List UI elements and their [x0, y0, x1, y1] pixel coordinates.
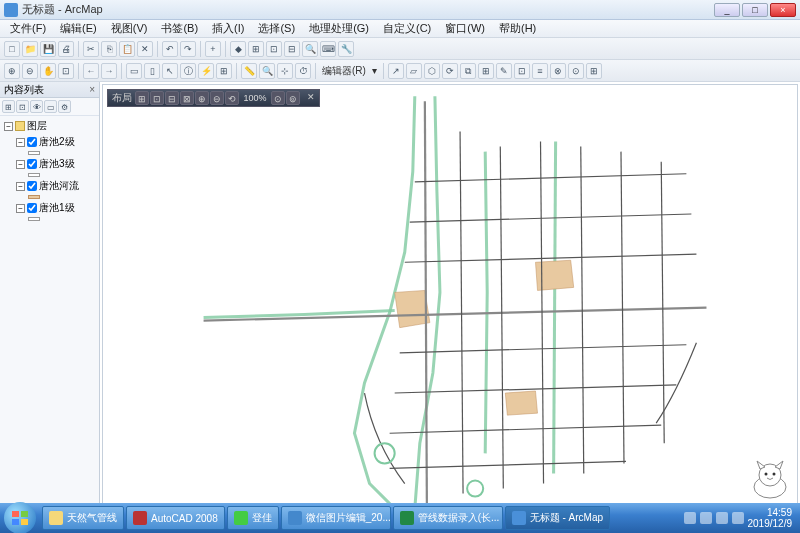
tree-layer[interactable]: − 唐池2级 — [2, 134, 97, 150]
menu-customize[interactable]: 自定义(C) — [377, 20, 437, 37]
edit-tool-icon[interactable]: ▱ — [406, 63, 422, 79]
identify-icon[interactable]: ⓘ — [180, 63, 196, 79]
menu-help[interactable]: 帮助(H) — [493, 20, 542, 37]
list-by-drawing-icon[interactable]: ⊞ — [2, 100, 15, 113]
clear-select-icon[interactable]: ▯ — [144, 63, 160, 79]
map-canvas[interactable] — [103, 85, 797, 520]
layout-tool-icon[interactable]: ⊟ — [165, 91, 179, 105]
layout-tool-icon[interactable]: ⊡ — [150, 91, 164, 105]
tool-icon[interactable]: ⊞ — [248, 41, 264, 57]
tool-icon[interactable]: ⊡ — [266, 41, 282, 57]
clock[interactable]: 14:59 2019/12/9 — [748, 507, 793, 529]
hyperlink-icon[interactable]: ⚡ — [198, 63, 214, 79]
redo-icon[interactable]: ↷ — [180, 41, 196, 57]
edit-tool-icon[interactable]: ≡ — [532, 63, 548, 79]
edit-tool-icon[interactable]: ↗ — [388, 63, 404, 79]
tree-layer[interactable]: − 唐池3级 — [2, 156, 97, 172]
dropdown-arrow-icon[interactable]: ▾ — [370, 65, 379, 76]
next-extent-icon[interactable]: → — [101, 63, 117, 79]
edit-tool-icon[interactable]: ⊗ — [550, 63, 566, 79]
menu-file[interactable]: 文件(F) — [4, 20, 52, 37]
tray-icon[interactable] — [684, 512, 696, 524]
edit-tool-icon[interactable]: ⟳ — [442, 63, 458, 79]
select-icon[interactable]: ▭ — [126, 63, 142, 79]
layout-tool-icon[interactable]: ⊖ — [210, 91, 224, 105]
zoom-out-icon[interactable]: ⊖ — [22, 63, 38, 79]
expand-icon[interactable]: − — [16, 182, 25, 191]
menu-window[interactable]: 窗口(W) — [439, 20, 491, 37]
menu-bookmark[interactable]: 书签(B) — [155, 20, 204, 37]
measure-icon[interactable]: 📏 — [241, 63, 257, 79]
maximize-button[interactable]: □ — [742, 3, 768, 17]
layer-checkbox[interactable] — [27, 137, 37, 147]
zoom-in-icon[interactable]: ⊕ — [4, 63, 20, 79]
options-icon[interactable]: ⚙ — [58, 100, 71, 113]
taskbar-app[interactable]: 天然气管线 — [42, 506, 124, 530]
tree-layer[interactable]: − 唐池河流 — [2, 178, 97, 194]
edit-tool-icon[interactable]: ⊞ — [478, 63, 494, 79]
taskbar-app[interactable]: 微信图片编辑_20... — [281, 506, 391, 530]
find-icon[interactable]: 🔍 — [259, 63, 275, 79]
network-icon[interactable] — [732, 512, 744, 524]
edit-tool-icon[interactable]: ⊙ — [568, 63, 584, 79]
tree-symbol[interactable] — [2, 216, 97, 222]
layout-tool-icon[interactable]: ⊠ — [180, 91, 194, 105]
tree-root[interactable]: − 图层 — [2, 118, 97, 134]
toc-close-icon[interactable]: × — [89, 84, 95, 95]
pan-icon[interactable]: ✋ — [40, 63, 56, 79]
prev-extent-icon[interactable]: ← — [83, 63, 99, 79]
expand-icon[interactable]: − — [4, 122, 13, 131]
full-extent-icon[interactable]: ⊡ — [58, 63, 74, 79]
taskbar-app[interactable]: 管线数据录入(长... — [393, 506, 503, 530]
catalog-icon[interactable]: ⊟ — [284, 41, 300, 57]
cut-icon[interactable]: ✂ — [83, 41, 99, 57]
print-icon[interactable]: 🖨 — [58, 41, 74, 57]
list-by-visibility-icon[interactable]: 👁 — [30, 100, 43, 113]
xy-icon[interactable]: ⊹ — [277, 63, 293, 79]
python-icon[interactable]: ⌨ — [320, 41, 336, 57]
menu-select[interactable]: 选择(S) — [252, 20, 301, 37]
close-button[interactable]: × — [770, 3, 796, 17]
layer-checkbox[interactable] — [27, 203, 37, 213]
menu-view[interactable]: 视图(V) — [105, 20, 154, 37]
list-by-selection-icon[interactable]: ▭ — [44, 100, 57, 113]
layer-checkbox[interactable] — [27, 181, 37, 191]
layout-tool-icon[interactable]: ⊙ — [271, 91, 285, 105]
select-arrow-icon[interactable]: ↖ — [162, 63, 178, 79]
delete-icon[interactable]: ✕ — [137, 41, 153, 57]
tray-icon[interactable] — [700, 512, 712, 524]
menu-insert[interactable]: 插入(I) — [206, 20, 250, 37]
editor-dropdown[interactable]: 编辑器(R) — [320, 64, 368, 78]
search-icon[interactable]: 🔍 — [302, 41, 318, 57]
edit-tool-icon[interactable]: ⧉ — [460, 63, 476, 79]
layout-tool-icon[interactable]: ⊕ — [195, 91, 209, 105]
taskbar-app-active[interactable]: 无标题 - ArcMap — [505, 506, 610, 530]
layout-tool-icon[interactable]: ⊚ — [286, 91, 300, 105]
html-popup-icon[interactable]: ⊞ — [216, 63, 232, 79]
tree-layer[interactable]: − 唐池1级 — [2, 200, 97, 216]
edit-tool-icon[interactable]: ⬡ — [424, 63, 440, 79]
time-slider-icon[interactable]: ⏱ — [295, 63, 311, 79]
expand-icon[interactable]: − — [16, 160, 25, 169]
tool-icon[interactable]: ◆ — [230, 41, 246, 57]
undo-icon[interactable]: ↶ — [162, 41, 178, 57]
copy-icon[interactable]: ⎘ — [101, 41, 117, 57]
save-icon[interactable]: 💾 — [40, 41, 56, 57]
minimize-button[interactable]: _ — [714, 3, 740, 17]
layout-tool-icon[interactable]: ⟲ — [225, 91, 239, 105]
edit-tool-icon[interactable]: ✎ — [496, 63, 512, 79]
menu-geoprocess[interactable]: 地理处理(G) — [303, 20, 375, 37]
list-by-source-icon[interactable]: ⊡ — [16, 100, 29, 113]
edit-tool-icon[interactable]: ⊡ — [514, 63, 530, 79]
map-view[interactable]: 布局 ⊞ ⊡ ⊟ ⊠ ⊕ ⊖ ⟲ 100% ⊙ ⊚ ✕ — [102, 84, 798, 521]
layer-checkbox[interactable] — [27, 159, 37, 169]
start-button[interactable] — [4, 502, 36, 533]
paste-icon[interactable]: 📋 — [119, 41, 135, 57]
zoom-level[interactable]: 100% — [240, 93, 270, 103]
open-icon[interactable]: 📁 — [22, 41, 38, 57]
add-data-icon[interactable]: + — [205, 41, 221, 57]
menu-edit[interactable]: 编辑(E) — [54, 20, 103, 37]
new-icon[interactable]: □ — [4, 41, 20, 57]
taskbar-app[interactable]: 登佳 — [227, 506, 279, 530]
edit-tool-icon[interactable]: ⊞ — [586, 63, 602, 79]
